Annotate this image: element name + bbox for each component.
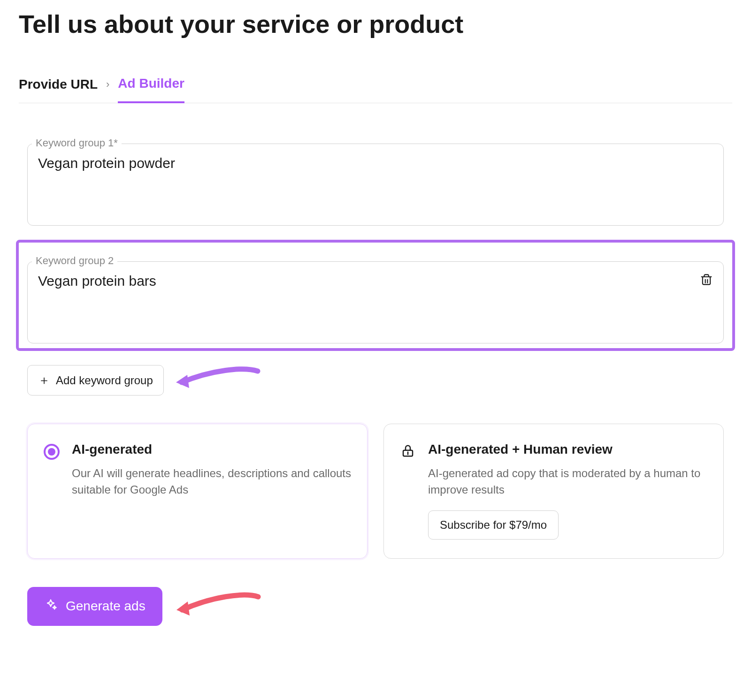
option-title: AI-generated [72, 442, 351, 457]
svg-rect-0 [703, 277, 710, 284]
keyword-group-label: Keyword group 2 [32, 255, 117, 267]
option-ai-generated[interactable]: AI-generated Our AI will generate headli… [27, 424, 368, 559]
plus-icon: ＋ [38, 372, 50, 388]
add-keyword-group-label: Add keyword group [56, 374, 153, 387]
option-ai-human-review[interactable]: AI-generated + Human review AI-generated… [383, 424, 724, 559]
radio-selected-icon [44, 444, 60, 460]
annotation-arrow-icon [173, 365, 262, 396]
breadcrumb-ad-builder[interactable]: Ad Builder [118, 76, 184, 103]
keyword-group-1: Keyword group 1* Vegan protein powder [19, 131, 732, 226]
page-title: Tell us about your service or product [19, 9, 732, 38]
keyword-group-input[interactable]: Vegan protein bars [27, 261, 724, 343]
keyword-group-label: Keyword group 1* [32, 137, 122, 149]
option-description: Our AI will generate headlines, descript… [72, 465, 351, 498]
add-keyword-group-button[interactable]: ＋ Add keyword group [27, 365, 164, 396]
chevron-right-icon: › [106, 78, 109, 101]
breadcrumb-provide-url[interactable]: Provide URL [19, 77, 98, 102]
generation-options: AI-generated Our AI will generate headli… [27, 424, 724, 559]
keyword-group-value: Vegan protein powder [38, 155, 175, 171]
option-description: AI-generated ad copy that is moderated b… [428, 465, 707, 498]
keyword-group-value: Vegan protein bars [38, 273, 156, 289]
option-title: AI-generated + Human review [428, 442, 707, 457]
annotation-arrow-icon [174, 590, 263, 622]
breadcrumb: Provide URL › Ad Builder [19, 76, 732, 103]
keyword-group-input[interactable]: Vegan protein powder [27, 144, 724, 226]
generate-ads-button[interactable]: Generate ads [27, 587, 162, 626]
generate-ads-label: Generate ads [66, 599, 146, 614]
lock-icon [400, 443, 416, 459]
keyword-group-2: Keyword group 2 Vegan protein bars [16, 240, 735, 351]
trash-icon[interactable] [700, 273, 713, 287]
sparkle-icon [44, 598, 57, 615]
subscribe-button[interactable]: Subscribe for $79/mo [428, 510, 559, 540]
